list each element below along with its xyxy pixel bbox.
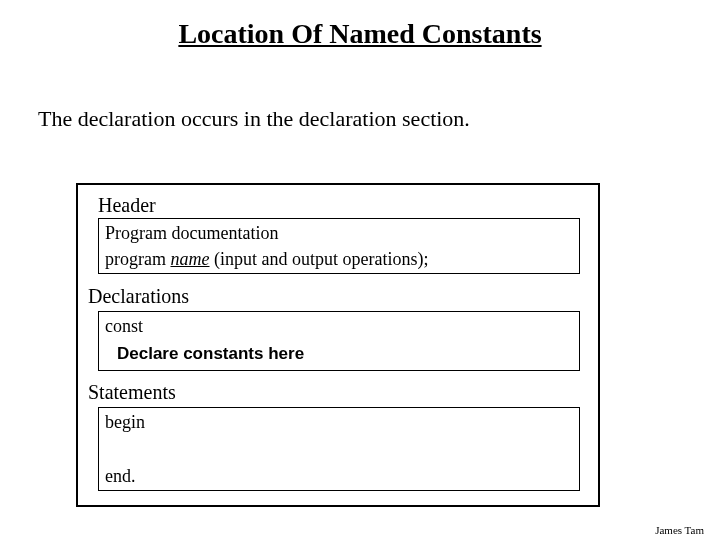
begin-keyword: begin [105,412,145,433]
author-footer: James Tam [655,524,704,536]
program-keyword: program [105,249,170,269]
header-box: Program documentation program name (inpu… [98,218,580,274]
declarations-box: const Declare constants here [98,311,580,371]
const-keyword: const [105,316,143,337]
statements-section-label: Statements [88,381,176,404]
slide-title: Location Of Named Constants [0,18,720,50]
statements-box: begin end. [98,407,580,491]
header-program-line: program name (input and output operation… [105,249,428,270]
header-doc-line: Program documentation [105,223,278,244]
end-keyword: end. [105,466,136,487]
program-io-suffix: (input and output operations); [209,249,428,269]
declare-constants-instruction: Declare constants here [117,344,304,364]
program-name: name [170,249,209,269]
program-structure-box: Header Program documentation program nam… [76,183,600,507]
header-section-label: Header [98,194,156,217]
intro-text: The declaration occurs in the declaratio… [38,106,470,132]
declarations-section-label: Declarations [88,285,189,308]
slide: Location Of Named Constants The declarat… [0,0,720,540]
